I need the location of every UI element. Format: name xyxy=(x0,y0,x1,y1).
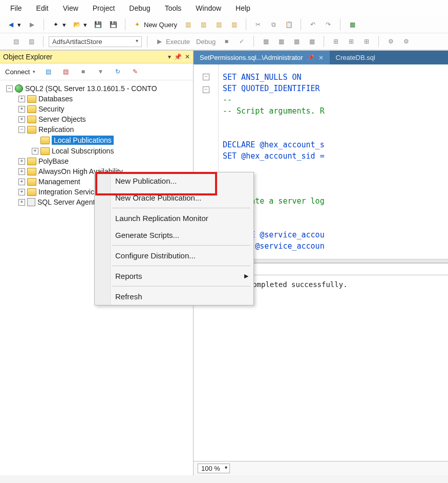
query-template-1-button[interactable]: ▥ xyxy=(181,18,195,31)
new-query-button[interactable]: ✦ New Query xyxy=(131,18,179,31)
expand-icon[interactable]: + xyxy=(18,96,25,102)
stop-connection-button: ■ xyxy=(76,65,90,78)
doc-icon: ▥ xyxy=(199,20,208,29)
query-template-2-button[interactable]: ▥ xyxy=(197,18,210,31)
connect-add-button[interactable]: ▤ xyxy=(41,65,55,78)
database-selector[interactable]: AdfsArtifactStore xyxy=(49,36,142,47)
menu-help[interactable]: Help xyxy=(228,2,258,14)
save-all-button[interactable]: 💾 xyxy=(106,18,120,31)
collapse-icon[interactable]: − xyxy=(18,126,25,133)
expand-icon[interactable]: + xyxy=(18,199,25,206)
folder-open-icon: 📂 xyxy=(72,20,81,29)
tab-createdb[interactable]: CreateDB.sql xyxy=(330,51,381,64)
pin-icon[interactable]: 📌 xyxy=(307,54,314,61)
node-label: Local Subscriptions xyxy=(52,147,114,155)
doc-icon: ▥ xyxy=(229,20,239,29)
new-item-button[interactable]: ✦▾ xyxy=(49,18,68,31)
grid-icon: ▦ xyxy=(292,37,301,46)
refresh-button[interactable]: ↻ xyxy=(111,65,124,78)
tree-node-polybase[interactable]: + PolyBase xyxy=(2,156,191,166)
close-icon[interactable]: ✕ xyxy=(318,54,324,61)
undo-icon: ↶ xyxy=(308,20,317,29)
folder-icon xyxy=(27,116,36,123)
toolbar-separator xyxy=(324,36,324,47)
forward-icon: ▶ xyxy=(27,20,36,29)
tree-node-security[interactable]: + Security xyxy=(2,104,191,114)
object-explorer-toolbar: Connect ▤ ▤ ■ ▼ ↻ ✎ xyxy=(0,63,193,80)
diagram-2-button: ⊞ xyxy=(345,35,358,48)
extra-2-button: ⚙ xyxy=(399,35,413,48)
expand-icon[interactable]: + xyxy=(32,148,38,155)
node-label: Server Objects xyxy=(38,115,86,123)
ctx-new-oracle-publication[interactable]: New Oracle Publication... xyxy=(95,189,253,206)
copy-button: ⧉ xyxy=(267,18,280,31)
folder-icon xyxy=(27,178,36,186)
tree-server-node[interactable]: − SQL2 (SQL Server 13.0.1601.5 - CONTO xyxy=(2,83,191,94)
tree-node-local-subscriptions[interactable]: + Local Subscriptions xyxy=(2,146,191,156)
tab-setpermissions[interactable]: SetPermissions.sql...\Administrator 📌 ✕ xyxy=(194,51,330,64)
tree-node-databases[interactable]: + Databases xyxy=(2,94,191,104)
menu-project[interactable]: Project xyxy=(86,2,122,14)
debug-button[interactable]: Debug xyxy=(194,36,218,47)
paste-button: 📋 xyxy=(282,18,295,31)
check-icon: ✓ xyxy=(237,37,246,46)
fold-icon[interactable]: − xyxy=(203,74,209,80)
open-project-button[interactable]: 📂▾ xyxy=(70,18,89,31)
close-icon[interactable]: ✕ xyxy=(185,53,190,60)
tree-node-replication[interactable]: − Replication xyxy=(2,124,191,135)
ctx-refresh[interactable]: Refresh xyxy=(95,288,253,305)
ctx-launch-replication-monitor[interactable]: Launch Replication Monitor xyxy=(95,210,253,227)
menu-view[interactable]: View xyxy=(56,2,86,14)
query-template-4-button[interactable]: ▥ xyxy=(227,18,241,31)
expand-icon[interactable]: + xyxy=(18,106,25,113)
expand-icon[interactable]: + xyxy=(18,189,25,195)
menu-debug[interactable]: Debug xyxy=(122,2,157,14)
toolbar-separator xyxy=(125,19,125,30)
script-button[interactable]: ✎ xyxy=(129,65,142,78)
tree-node-server-objects[interactable]: + Server Objects xyxy=(2,114,191,124)
ctx-configure-distribution[interactable]: Configure Distribution... xyxy=(95,247,253,264)
zoom-selector[interactable]: 100 % xyxy=(198,464,230,473)
node-label: Local Publications xyxy=(52,136,114,145)
tree-node-local-publications[interactable]: Local Publications xyxy=(2,135,191,146)
execute-button[interactable]: ▶ Execute xyxy=(153,35,192,48)
expand-icon[interactable]: + xyxy=(18,116,25,123)
diagram-icon: ⊞ xyxy=(347,37,356,46)
fold-icon[interactable]: − xyxy=(203,86,209,93)
folder-icon xyxy=(27,188,36,196)
menu-window[interactable]: Window xyxy=(188,2,228,14)
new-query-label: New Query xyxy=(144,21,177,29)
panel-dropdown-icon[interactable]: ▾ xyxy=(168,53,171,60)
ctx-reports[interactable]: Reports ▶ xyxy=(95,268,253,284)
save-button[interactable]: 💾 xyxy=(91,18,104,31)
toolbar-separator xyxy=(378,36,379,47)
query-template-3-button[interactable]: ▥ xyxy=(212,18,225,31)
ctx-new-publication[interactable]: New Publication... xyxy=(95,172,253,189)
expand-icon[interactable]: + xyxy=(18,168,25,175)
disconnect-button[interactable]: ▤ xyxy=(59,65,72,78)
connect-button[interactable]: Connect xyxy=(3,67,37,77)
expand-icon[interactable]: + xyxy=(18,158,25,165)
collapse-icon[interactable]: − xyxy=(6,85,13,92)
diagram-3-button: ⊞ xyxy=(360,35,373,48)
menu-tools[interactable]: Tools xyxy=(158,2,189,14)
expand-icon[interactable]: + xyxy=(18,179,25,185)
object-explorer-titlebar: Object Explorer ▾ 📌 ✕ xyxy=(0,51,193,63)
cut-icon: ✂ xyxy=(253,20,263,29)
tool-icon: ⚙ xyxy=(401,37,411,46)
sparkle-icon: ✦ xyxy=(51,20,60,29)
redo-button: ↷ xyxy=(322,18,335,31)
menu-edit[interactable]: Edit xyxy=(29,2,56,14)
activity-monitor-button[interactable]: ▦ xyxy=(346,18,359,31)
menu-file[interactable]: File xyxy=(3,2,29,14)
pin-icon[interactable]: 📌 xyxy=(174,53,182,60)
stop-button: ■ xyxy=(220,35,233,48)
redo-icon: ↷ xyxy=(324,20,333,29)
grid-4-button: ▦ xyxy=(305,35,318,48)
toolbar-separator xyxy=(253,36,254,47)
folder-icon xyxy=(27,105,36,113)
nav-back-button[interactable]: ◀▾ xyxy=(4,18,23,31)
ctx-generate-scripts[interactable]: Generate Scripts... xyxy=(95,227,253,244)
grid-icon: ▦ xyxy=(307,37,316,46)
grid-2-button: ▦ xyxy=(274,35,288,48)
